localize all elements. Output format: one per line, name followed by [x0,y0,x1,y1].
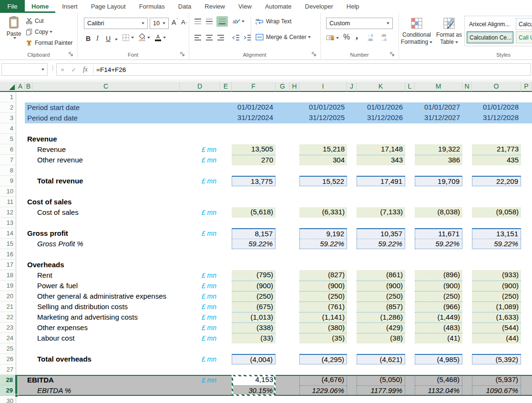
bottom-align-button[interactable] [216,16,228,27]
cell-F28[interactable]: 4,153 [232,375,276,385]
cell-unit-row-21[interactable]: £ mn [180,302,216,312]
italic-button[interactable]: I [96,35,99,42]
cell-K20[interactable]: (250) [357,291,405,302]
cell-O15[interactable]: 59.22% [472,239,521,249]
cell-label-row-6[interactable]: Revenue [37,144,180,155]
cell-F2[interactable]: 01/01/2024 [232,102,276,113]
tab-review[interactable]: Review [198,0,232,13]
tab-page-layout[interactable]: Page Layout [84,0,133,13]
col-header-J[interactable]: J [347,82,357,92]
cell-I29[interactable]: 1229.06% [299,385,347,396]
cell-unit-row-22[interactable]: £ mn [180,312,216,322]
font-dialog-launcher[interactable] [180,52,185,57]
cell-I20[interactable]: (250) [299,291,347,302]
col-header-L[interactable]: L [405,82,415,92]
col-header-P[interactable]: P [521,82,532,92]
cell-label-row-20[interactable]: Other general & administrative expenses [37,291,180,302]
cell-K28[interactable]: (5,050) [357,375,405,385]
cell-M2[interactable]: 01/01/2027 [415,102,462,113]
cell-M19[interactable]: (900) [415,281,462,291]
top-align-button[interactable] [194,18,202,25]
cell-F7[interactable]: 270 [232,155,276,165]
style-arixcel-alignment[interactable]: Arixcel Alignm... [467,18,516,30]
tab-automate[interactable]: Automate [258,0,298,13]
cell-O28[interactable]: (5,937) [472,375,521,385]
number-dialog-launcher[interactable] [390,52,395,57]
cell-M22[interactable]: (1,449) [415,312,462,322]
merge-center-dropdown-caret[interactable] [308,36,311,38]
cell-O12[interactable]: (9,058) [472,207,521,218]
fill-color-dropdown-caret[interactable] [147,37,150,39]
row-header-1[interactable]: 1 [0,92,16,102]
cell-unit-row-7[interactable]: £ mn [180,155,216,165]
cell-unit-row-19[interactable]: £ mn [180,281,216,291]
accounting-dropdown-caret[interactable] [336,37,339,39]
cell-K21[interactable]: (857) [357,302,405,312]
cell-I12[interactable]: (6,331) [299,207,347,218]
col-header-C[interactable]: C [32,82,180,92]
cell-K22[interactable]: (1,286) [357,312,405,322]
row-header-7[interactable]: 7 [0,155,16,165]
style-calculation-cell-selected[interactable]: Calculation Ce... [467,31,513,43]
row-header-20[interactable]: 20 [0,291,16,302]
cell-F26[interactable]: (4,004) [232,354,276,364]
row-header-11[interactable]: 11 [0,197,16,207]
cell-I2[interactable]: 01/01/2025 [299,102,347,113]
wrap-text-button[interactable]: abc Wrap Text [256,18,292,25]
cell-K15[interactable]: 59.22% [357,239,405,249]
cell-K9[interactable]: 17,491 [357,176,405,186]
paste-dropdown-caret[interactable] [13,37,16,39]
cell-O18[interactable]: (933) [472,270,521,281]
cell-O21[interactable]: (1,089) [472,302,521,312]
cell-unit-row-20[interactable]: £ mn [180,291,216,302]
cell-M3[interactable]: 31/12/2027 [415,113,462,123]
cell-M18[interactable]: (896) [415,270,462,281]
borders-dropdown-caret[interactable] [131,37,134,39]
cell-unit-row-12[interactable]: £ mn [180,207,216,218]
number-format-combo[interactable]: Custom [326,18,393,29]
cell-label-row-22[interactable]: Marketing and advertising costs [37,312,180,322]
cell-F22[interactable]: (1,013) [232,312,276,322]
row-header-18[interactable]: 18 [0,270,16,281]
name-box-caret[interactable] [41,69,44,71]
align-left-button[interactable] [194,34,202,41]
decrease-indent-button[interactable] [232,34,240,41]
conditional-formatting-button[interactable]: Conditional Formatting [399,16,434,56]
tab-data[interactable]: Data [172,0,198,13]
row-header-10[interactable]: 10 [0,186,16,197]
row-header-15[interactable]: 15 [0,239,16,249]
row-header-19[interactable]: 19 [0,281,16,291]
cell-O29[interactable]: 1090.67% [472,385,521,396]
cell-K26[interactable]: (4,621) [357,354,405,364]
cell-F3[interactable]: 31/12/2024 [232,113,276,123]
cell-K7[interactable]: 343 [357,155,405,165]
select-all-corner[interactable] [0,82,16,92]
cell-O9[interactable]: 22,209 [472,176,521,186]
increase-decimal-button[interactable]: ←0 .00 [367,33,373,42]
cell-I7[interactable]: 304 [299,155,347,165]
cell-F9[interactable]: 13,775 [232,176,276,186]
tab-home[interactable]: Home [25,0,55,13]
insert-function-icon[interactable]: fx [80,66,91,73]
tab-developer[interactable]: Developer [298,0,340,13]
cell-unit-row-18[interactable]: £ mn [180,270,216,281]
cell-I9[interactable]: 15,522 [299,176,347,186]
row-header-6[interactable]: 6 [0,144,16,155]
merge-center-button[interactable]: Merge & Center [256,34,311,40]
decrease-decimal-button[interactable]: .00 →0 [380,33,386,42]
cell-I19[interactable]: (900) [299,281,347,291]
row-header-23[interactable]: 23 [0,322,16,333]
underline-dropdown-caret[interactable] [115,39,118,40]
copy-button[interactable]: Copy [26,29,52,35]
cell-F21[interactable]: (675) [232,302,276,312]
cell-M7[interactable]: 386 [415,155,462,165]
selection-fill-handle[interactable] [15,394,18,397]
cut-button[interactable]: Cut [26,18,44,24]
cell-label-row-24[interactable]: Labour cost [37,333,180,343]
name-box[interactable] [1,63,48,76]
cell-K3[interactable]: 31/12/2026 [357,113,405,123]
tab-formulas[interactable]: Formulas [133,0,172,13]
cell-M14[interactable]: 11,671 [415,228,462,239]
cell-O6[interactable]: 21,773 [472,144,521,155]
col-header-A[interactable]: A [16,82,25,92]
